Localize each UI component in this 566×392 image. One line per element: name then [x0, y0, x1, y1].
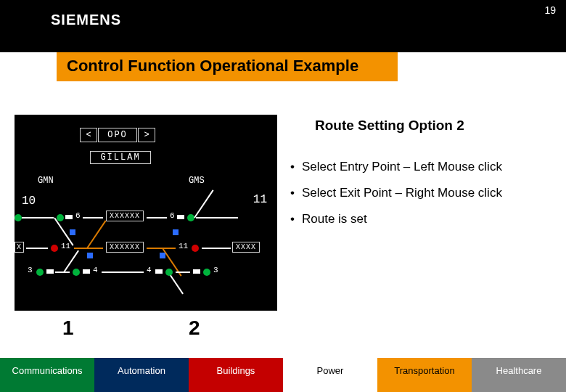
footer-buildings[interactable]: Buildings — [189, 358, 283, 392]
instructions: Route Setting Option 2 Select Entry Poin… — [290, 118, 551, 238]
station-name: GILLAM — [90, 151, 151, 164]
signal-dot-icon — [187, 214, 194, 221]
signal-dot-icon — [73, 269, 80, 276]
marker-11: 11 — [61, 242, 70, 250]
footer-healthcare[interactable]: Healthcare — [472, 358, 566, 392]
track-segment — [196, 217, 238, 219]
signal-dot-icon — [192, 245, 199, 252]
opo-label: OPO — [98, 128, 137, 142]
marker-3: 3 — [213, 266, 218, 274]
callout-2: 2 — [189, 317, 200, 340]
block-label: XXXX — [232, 242, 260, 253]
track-block-icon — [46, 269, 54, 274]
callout-1: 1 — [62, 317, 74, 340]
page-number: 19 — [544, 4, 556, 16]
bullet-item: Select Exit Point – Right Mouse click — [290, 186, 551, 200]
junction-dot-icon — [173, 229, 179, 235]
signal-10: 10 — [22, 195, 36, 208]
signal-dot-icon — [165, 269, 173, 276]
track-block-icon — [155, 269, 163, 274]
switch-diagonal — [194, 189, 213, 218]
signal-dot-icon — [15, 214, 22, 221]
junction-dot-icon — [70, 229, 75, 235]
block-label: X — [15, 242, 24, 253]
bullet-item: Select Entry Point – Left Mouse click — [290, 160, 551, 174]
track-block-icon — [83, 269, 90, 274]
footer-communications[interactable]: Communications — [0, 358, 94, 392]
opo-next-button[interactable]: > — [138, 128, 155, 142]
marker-3: 3 — [28, 266, 33, 274]
opo-selector: < OPO > — [80, 128, 155, 142]
marker-4: 4 — [147, 266, 152, 274]
siemens-logo: SIEMENS — [51, 12, 121, 28]
track-segment — [176, 271, 190, 273]
gmn-label: GMN — [38, 176, 54, 186]
switch-diagonal — [86, 220, 106, 248]
track-block-icon — [193, 269, 200, 274]
track-segment-route — [147, 248, 176, 249]
track-segment — [55, 271, 70, 273]
footer-transportation[interactable]: Transportation — [377, 358, 472, 392]
track-segment — [102, 271, 144, 273]
opo-prev-button[interactable]: < — [80, 128, 97, 142]
instructions-title: Route Setting Option 2 — [315, 118, 551, 134]
signal-dot-icon — [203, 269, 210, 276]
gms-label: GMS — [189, 176, 205, 186]
track-block-icon — [177, 215, 184, 219]
signal-dot-icon — [57, 214, 64, 221]
junction-dot-icon — [87, 253, 93, 258]
bullet-item: Route is set — [290, 212, 551, 226]
footer-nav: Communications Automation Buildings Powe… — [0, 358, 566, 392]
footer-power[interactable]: Power — [283, 358, 377, 392]
track-segment — [26, 248, 48, 249]
track-segment-route — [74, 248, 103, 249]
marker-11: 11 — [179, 242, 188, 250]
marker-6: 6 — [75, 211, 81, 220]
slide-title: Control Function Operational Example — [57, 52, 398, 81]
footer-automation[interactable]: Automation — [94, 358, 189, 392]
junction-dot-icon — [160, 253, 165, 258]
track-segment — [83, 217, 103, 219]
signal-dot-icon — [36, 269, 44, 276]
marker-6: 6 — [170, 211, 175, 220]
top-bar: SIEMENS 19 — [0, 0, 566, 52]
rail-sim-panel: < OPO > GILLAM GMN GMS 10 11 6 XXXXXX 6 … — [15, 115, 277, 311]
marker-4: 4 — [93, 266, 98, 274]
block-label: XXXXXX — [106, 211, 144, 221]
track-block-icon — [65, 215, 73, 219]
block-label: XXXXXX — [106, 242, 144, 253]
signal-dot-icon — [51, 245, 58, 252]
track-segment — [147, 217, 167, 219]
track-segment — [22, 217, 54, 219]
track-segment — [202, 248, 231, 249]
signal-11: 11 — [253, 193, 267, 206]
